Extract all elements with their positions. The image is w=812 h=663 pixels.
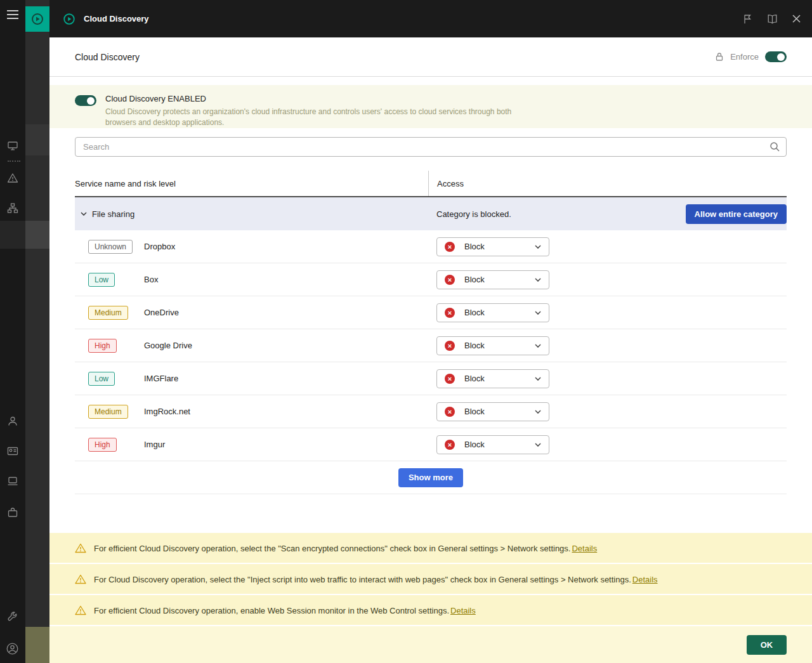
account-icon[interactable] — [6, 642, 19, 658]
warning-text: For Cloud Discovery operation, select th… — [94, 575, 631, 584]
warning-banner: For efficient Cloud Discovery operation,… — [49, 533, 812, 564]
table-row: HighImgur ×Block — [75, 428, 787, 461]
app-logo-tile[interactable] — [25, 6, 49, 32]
access-dropdown[interactable]: ×Block — [436, 270, 549, 289]
services-table: Service name and risk level Access File … — [75, 171, 787, 494]
strip-footer-tint — [25, 627, 49, 663]
access-value: Block — [464, 341, 485, 350]
search-input[interactable] — [75, 137, 787, 157]
block-icon: × — [445, 440, 455, 450]
access-value: Block — [464, 374, 485, 383]
show-more-row: Show more — [75, 461, 787, 494]
page-title: Cloud Discovery — [75, 52, 140, 62]
toggle-knob — [777, 53, 785, 61]
access-dropdown[interactable]: ×Block — [436, 336, 549, 355]
category-row: File sharing Category is blocked. Allow … — [75, 197, 787, 230]
service-name: ImgRock.net — [144, 407, 190, 416]
manual-book-icon[interactable] — [766, 14, 778, 24]
column-access: Access — [428, 171, 787, 196]
category-toggle[interactable]: File sharing — [75, 209, 428, 219]
ok-button[interactable]: OK — [747, 635, 787, 655]
warning-icon — [75, 605, 86, 615]
category-name: File sharing — [92, 209, 134, 219]
users-icon[interactable] — [7, 416, 18, 430]
details-link[interactable]: Details — [572, 544, 597, 553]
chevron-down-icon — [81, 212, 87, 216]
access-value: Block — [464, 242, 485, 251]
access-dropdown[interactable]: ×Block — [436, 435, 549, 454]
chevron-down-icon — [535, 410, 541, 414]
risk-badge: Low — [88, 273, 115, 287]
spacer — [49, 494, 812, 533]
enabled-banner: Cloud Discovery ENABLED Cloud Discovery … — [49, 85, 812, 128]
strip-nav-item — [25, 124, 49, 155]
column-service-name: Service name and risk level — [75, 171, 428, 196]
menu-icon[interactable] — [7, 10, 18, 22]
details-link[interactable]: Details — [450, 606, 476, 615]
main-panel: Cloud Discovery Cloud Discovery — [49, 0, 812, 663]
warning-banner: For efficient Cloud Discovery operation,… — [49, 595, 812, 626]
rail-divider — [8, 161, 20, 162]
access-dropdown[interactable]: ×Block — [436, 237, 549, 256]
hierarchy-icon[interactable] — [7, 202, 18, 216]
warning-text: For efficient Cloud Discovery operation,… — [94, 544, 570, 553]
chevron-down-icon — [535, 443, 541, 447]
monitoring-icon[interactable] — [7, 140, 18, 154]
enforce-toggle[interactable] — [765, 51, 787, 62]
marketplace-icon[interactable] — [7, 507, 18, 521]
block-icon: × — [445, 374, 455, 384]
block-icon: × — [445, 242, 455, 252]
topbar: Cloud Discovery — [49, 0, 812, 37]
play-circle-icon — [30, 11, 45, 27]
devices-icon[interactable] — [7, 476, 18, 489]
block-icon: × — [445, 308, 455, 318]
chevron-down-icon — [535, 344, 541, 348]
alerts-icon[interactable] — [7, 173, 18, 186]
search-icon[interactable] — [769, 141, 780, 155]
enforce-control: Enforce — [715, 51, 787, 62]
risk-badge: Low — [88, 372, 115, 386]
risk-badge: Medium — [88, 405, 128, 419]
flag-icon[interactable] — [743, 14, 752, 24]
table-row: MediumImgRock.net ×Block — [75, 395, 787, 428]
table-row: LowBox ×Block — [75, 263, 787, 296]
warning-icon — [75, 574, 86, 584]
nav-rail — [0, 0, 25, 663]
risk-badge: Unknown — [88, 240, 133, 254]
details-link[interactable]: Details — [632, 575, 658, 584]
policies-icon[interactable] — [7, 445, 18, 459]
search-bar — [75, 137, 787, 157]
table-row: LowIMGFlare ×Block — [75, 362, 787, 395]
table-row: HighGoogle Drive ×Block — [75, 329, 787, 362]
warning-banner: For Cloud Discovery operation, select th… — [49, 564, 812, 595]
risk-badge: Medium — [88, 306, 128, 320]
access-dropdown[interactable]: ×Block — [436, 303, 549, 322]
page-header: Cloud Discovery Enforce — [49, 37, 812, 77]
warning-text: For efficient Cloud Discovery operation,… — [94, 606, 449, 615]
content: Cloud Discovery Enforce Cloud Discovery … — [49, 37, 812, 663]
chevron-down-icon — [535, 245, 541, 249]
category-status: Category is blocked. — [436, 209, 511, 219]
show-more-button[interactable]: Show more — [398, 468, 463, 487]
block-icon: × — [445, 407, 455, 417]
strip-nav-item-selected — [25, 221, 49, 249]
dimmed-page-strip — [25, 0, 49, 663]
risk-badge: High — [88, 438, 117, 452]
close-icon[interactable] — [792, 15, 801, 23]
access-dropdown[interactable]: ×Block — [436, 402, 549, 421]
access-value: Block — [464, 440, 485, 449]
settings-wrench-icon[interactable] — [7, 611, 18, 625]
enforce-label: Enforce — [730, 52, 759, 62]
footer: OK — [49, 626, 812, 663]
block-icon: × — [445, 275, 455, 285]
warning-icon — [75, 543, 86, 553]
rail-selected-highlight — [0, 221, 25, 249]
allow-entire-category-button[interactable]: Allow entire category — [686, 204, 787, 224]
cloud-discovery-toggle[interactable] — [75, 95, 96, 106]
access-value: Block — [464, 275, 485, 284]
access-dropdown[interactable]: ×Block — [436, 369, 549, 388]
window-title: Cloud Discovery — [84, 14, 149, 23]
chevron-down-icon — [535, 311, 541, 315]
block-icon: × — [445, 341, 455, 351]
service-name: IMGFlare — [144, 374, 178, 383]
